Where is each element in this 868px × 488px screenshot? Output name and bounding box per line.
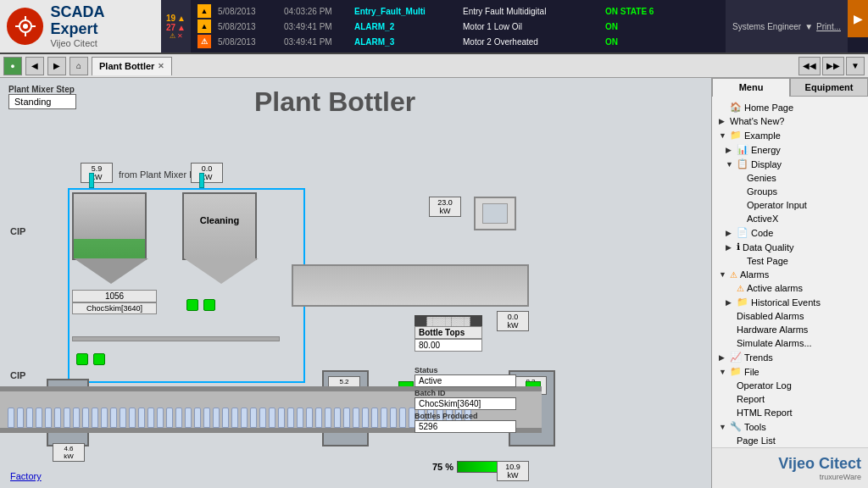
sidebar-label-test-page: Test Page bbox=[747, 256, 861, 266]
tab-close-icon[interactable]: ✕ bbox=[158, 62, 164, 70]
vijeo-citect-logo: Vijeo Citect bbox=[778, 455, 861, 472]
sidebar-item-data-quality[interactable]: ▶ ℹ Data Quality bbox=[715, 240, 865, 254]
sidebar-item-example[interactable]: ▼ 📁 Example bbox=[715, 128, 865, 142]
bottle-11 bbox=[101, 408, 108, 428]
alarm-name-1: Entry_Fault_Multi bbox=[354, 7, 456, 16]
sidebar-tab-menu[interactable]: Menu bbox=[712, 78, 790, 97]
sidebar-item-energy[interactable]: ▶ 📊 Energy bbox=[715, 142, 865, 157]
sidebar-label-data-quality: Data Quality bbox=[743, 242, 861, 252]
alarm-state-2: ON bbox=[605, 22, 673, 31]
bottle-27 bbox=[250, 408, 257, 428]
bottle-tops-icon: ▓▓▓▓▓▓▓ bbox=[415, 315, 482, 326]
sidebar-item-alarms[interactable]: ▼ ⚠ Alarms bbox=[715, 268, 865, 281]
mixer-step-area: Plant Mixer Step Standing bbox=[8, 85, 76, 109]
batchid-row: Batch ID ChocSkim[3640] bbox=[415, 389, 516, 410]
pump-indicator-1b bbox=[93, 353, 105, 365]
sidebar-item-html-report[interactable]: HTML Report bbox=[715, 406, 865, 419]
sidebar-item-whatsnew[interactable]: ▶ What's New? bbox=[715, 114, 865, 128]
nav-arrow-button[interactable]: ▶ bbox=[848, 0, 868, 37]
sidebar-tab-equipment[interactable]: Equipment bbox=[790, 78, 868, 97]
user-label: Systems Engineer bbox=[732, 22, 801, 31]
alarm-time-1: 04:03:26 PM bbox=[284, 7, 348, 16]
tank-sublabel-1: ChocSkim[3640] bbox=[72, 302, 157, 314]
alarm-row-3: ⚠ 5/08/2013 03:49:41 PM ALARM_3 Motor 2 … bbox=[198, 35, 719, 48]
nav-prev-button[interactable]: ◀◀ bbox=[798, 57, 821, 75]
status-label: Status bbox=[415, 366, 516, 374]
bottle-13 bbox=[120, 408, 126, 428]
expand-icon-example: ▼ bbox=[719, 131, 727, 140]
sidebar-item-code[interactable]: ▶ 📄 Code bbox=[715, 225, 865, 240]
energy-icon: 📊 bbox=[737, 144, 748, 155]
active-alarm-icon: ⚠ bbox=[737, 284, 744, 293]
truxureware-logo: truxureWare bbox=[719, 473, 861, 481]
sidebar-item-genies[interactable]: Genies bbox=[715, 171, 865, 185]
sidebar-item-hardware-alarms[interactable]: Hardware Alarms bbox=[715, 323, 865, 336]
kw-46: 4.6kW bbox=[53, 443, 85, 462]
code-icon: 📄 bbox=[737, 227, 748, 238]
alarm-name-3: ALARM_3 bbox=[354, 37, 456, 47]
bottle-26 bbox=[241, 408, 248, 428]
sidebar-item-trends[interactable]: ▶ 📈 Trends bbox=[715, 350, 865, 364]
expand-icon-whatsnew: ▶ bbox=[719, 117, 727, 125]
bottle-4 bbox=[36, 408, 42, 428]
bottles-value: 5296 bbox=[415, 420, 516, 433]
tab-label: Plant Bottler bbox=[99, 61, 154, 71]
sidebar-item-test-page[interactable]: Test Page bbox=[715, 254, 865, 268]
hist-icon: 📁 bbox=[737, 297, 748, 308]
tools-icon: 🔧 bbox=[730, 421, 742, 432]
sidebar-item-disabled-alarms[interactable]: Disabled Alarms bbox=[715, 309, 865, 323]
logo-icon bbox=[7, 8, 43, 45]
folder-icon-example: 📁 bbox=[730, 130, 742, 141]
alarm-desc-2: Motor 1 Low Oil bbox=[463, 22, 598, 31]
logo-text: SCADA Expert Vijeo Citect bbox=[50, 4, 154, 48]
canvas-area: Plant Bottler Plant Mixer Step Standing … bbox=[0, 78, 711, 488]
sidebar-item-page-list[interactable]: Page List bbox=[715, 434, 865, 447]
bottle-19 bbox=[175, 408, 182, 428]
alarm-warning-icon: ⚠ bbox=[730, 270, 737, 280]
sidebar-item-file[interactable]: ▼ 📁 File bbox=[715, 364, 865, 379]
alarm-date-3: 5/08/2013 bbox=[218, 37, 277, 47]
nav-next-button[interactable]: ▶▶ bbox=[822, 57, 844, 75]
forward-button[interactable]: ▶ bbox=[47, 57, 66, 75]
pipe-v-2 bbox=[199, 173, 204, 188]
bottle-32 bbox=[297, 408, 303, 428]
factory-link[interactable]: Factory bbox=[10, 471, 42, 481]
sidebar-item-display[interactable]: ▼ 📋 Display bbox=[715, 157, 865, 171]
sidebar-item-activex[interactable]: ActiveX bbox=[715, 212, 865, 225]
bottle-7 bbox=[64, 408, 70, 428]
tank-body-1 bbox=[72, 192, 147, 260]
header-right: Systems Engineer ▼ Print... bbox=[726, 0, 848, 53]
back-button[interactable]: ◀ bbox=[25, 57, 44, 75]
nav-down-button[interactable]: ▼ bbox=[846, 57, 865, 75]
pipe-v-1 bbox=[89, 173, 94, 188]
tab-plant-bottler[interactable]: Plant Bottler ✕ bbox=[92, 57, 172, 75]
tank-cone-2 bbox=[184, 258, 259, 284]
bottle-29 bbox=[269, 408, 275, 428]
print-label[interactable]: Print... bbox=[816, 22, 841, 31]
bottle-41 bbox=[381, 408, 387, 428]
sidebar-item-simulate-alarms[interactable]: Simulate Alarms... bbox=[715, 336, 865, 350]
sidebar-item-groups[interactable]: Groups bbox=[715, 185, 865, 198]
pipe-h-main bbox=[72, 336, 280, 341]
plant-title: Plant Bottler bbox=[254, 86, 415, 118]
home-icon: 🏠 bbox=[730, 102, 742, 113]
scada-logo-svg bbox=[14, 14, 37, 38]
sidebar-tabs: Menu Equipment bbox=[712, 78, 868, 97]
sidebar-item-active-alarms[interactable]: ⚠ Active alarms bbox=[715, 281, 865, 295]
alarm-desc-3: Motor 2 Overheated bbox=[463, 37, 598, 47]
alarm-indicator-2: ▲ bbox=[198, 19, 211, 33]
sidebar-item-operator-log[interactable]: Operator Log bbox=[715, 379, 865, 392]
sidebar-item-historical-events[interactable]: ▶ 📁 Historical Events bbox=[715, 295, 865, 309]
expand-icon-trends: ▶ bbox=[719, 353, 727, 362]
home-button[interactable]: ⌂ bbox=[70, 57, 88, 75]
batchid-value: ChocSkim[3640] bbox=[415, 397, 516, 410]
sidebar-item-tools[interactable]: ▼ 🔧 Tools bbox=[715, 419, 865, 434]
cip-label-bottom: CIP bbox=[10, 370, 25, 380]
sidebar-item-operator-input[interactable]: Operator Input bbox=[715, 198, 865, 212]
sidebar-item-report[interactable]: Report bbox=[715, 392, 865, 406]
toolbar-green-btn[interactable]: ● bbox=[3, 57, 22, 75]
sidebar-label-active-alarms: Active alarms bbox=[747, 283, 861, 293]
bottle-tops-label: Bottle Tops bbox=[415, 326, 482, 339]
sidebar-item-home[interactable]: 🏠 Home Page bbox=[715, 100, 865, 114]
kw-109: 10.9kW bbox=[497, 461, 529, 481]
